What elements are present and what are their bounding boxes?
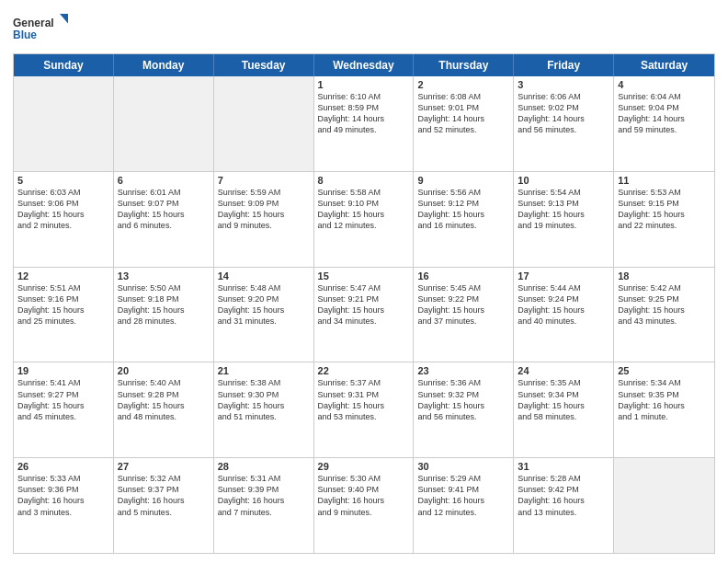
day-cell-empty — [14, 76, 114, 171]
day-info: Sunrise: 5:41 AMSunset: 9:27 PMDaylight:… — [17, 377, 109, 422]
day-number-7: 7 — [218, 175, 310, 186]
info-line: Sunrise: 5:42 AM — [618, 283, 681, 293]
info-line: Daylight: 16 hours — [518, 496, 585, 505]
info-line: Daylight: 14 hours — [518, 114, 585, 123]
day-number-1: 1 — [318, 79, 410, 90]
info-line: and 7 minutes. — [218, 508, 272, 517]
svg-text:Blue: Blue — [13, 29, 37, 41]
svg-marker-2 — [60, 14, 68, 24]
day-cell-23: 23Sunrise: 5:36 AMSunset: 9:32 PMDayligh… — [414, 362, 514, 457]
info-line: Sunset: 9:06 PM — [17, 199, 79, 208]
info-line: and 28 minutes. — [118, 316, 176, 326]
info-line: Daylight: 15 hours — [17, 210, 85, 219]
day-cell-21: 21Sunrise: 5:38 AMSunset: 9:30 PMDayligh… — [214, 362, 314, 457]
header-day-saturday: Saturday — [614, 54, 714, 76]
day-cell-1: 1Sunrise: 6:10 AMSunset: 8:59 PMDaylight… — [314, 76, 415, 171]
day-info: Sunrise: 6:03 AMSunset: 9:06 PMDaylight:… — [17, 187, 109, 232]
day-info: Sunrise: 5:38 AMSunset: 9:30 PMDaylight:… — [218, 377, 310, 422]
day-number-11: 11 — [618, 175, 711, 186]
day-info: Sunrise: 5:32 AMSunset: 9:37 PMDaylight:… — [118, 473, 210, 518]
day-cell-11: 11Sunrise: 5:53 AMSunset: 9:15 PMDayligh… — [614, 172, 714, 267]
info-line: and 56 minutes. — [417, 412, 476, 421]
info-line: and 6 minutes. — [118, 221, 172, 230]
day-number-23: 23 — [417, 365, 509, 376]
info-line: Sunrise: 5:59 AM — [218, 188, 281, 197]
info-line: Sunrise: 5:30 AM — [318, 474, 381, 483]
info-line: Sunrise: 6:08 AM — [417, 92, 481, 101]
info-line: and 1 minute. — [618, 412, 668, 421]
day-number-14: 14 — [218, 270, 310, 282]
day-cell-26: 26Sunrise: 5:33 AMSunset: 9:36 PMDayligh… — [14, 458, 114, 553]
day-info: Sunrise: 5:31 AMSunset: 9:39 PMDaylight:… — [218, 473, 310, 518]
info-line: Sunrise: 5:33 AM — [17, 474, 81, 483]
info-line: Sunrise: 5:31 AM — [218, 474, 281, 483]
info-line: Sunrise: 5:40 AM — [118, 378, 181, 387]
day-info: Sunrise: 5:37 AMSunset: 9:31 PMDaylight:… — [318, 377, 410, 422]
header-day-wednesday: Wednesday — [314, 54, 415, 76]
day-info: Sunrise: 5:59 AMSunset: 9:09 PMDaylight:… — [218, 187, 310, 232]
info-line: and 5 minutes. — [118, 508, 172, 517]
day-number-9: 9 — [417, 175, 509, 186]
info-line: and 2 minutes. — [17, 221, 72, 230]
info-line: Daylight: 15 hours — [218, 401, 285, 410]
info-line: Sunrise: 5:48 AM — [218, 283, 281, 293]
day-number-8: 8 — [318, 175, 410, 186]
day-info: Sunrise: 5:40 AMSunset: 9:28 PMDaylight:… — [118, 377, 210, 422]
info-line: Sunset: 9:36 PM — [17, 485, 79, 494]
info-line: Daylight: 14 hours — [417, 114, 484, 123]
day-cell-17: 17Sunrise: 5:44 AMSunset: 9:24 PMDayligh… — [514, 268, 614, 362]
info-line: Sunrise: 6:04 AM — [618, 92, 681, 101]
day-cell-8: 8Sunrise: 5:58 AMSunset: 9:10 PMDaylight… — [314, 172, 415, 267]
day-info: Sunrise: 5:58 AMSunset: 9:10 PMDaylight:… — [318, 187, 410, 232]
day-cell-12: 12Sunrise: 5:51 AMSunset: 9:16 PMDayligh… — [14, 268, 114, 362]
day-number-15: 15 — [318, 270, 410, 282]
info-line: Sunset: 9:34 PM — [518, 390, 579, 399]
day-number-28: 28 — [218, 461, 310, 472]
week-row-3: 12Sunrise: 5:51 AMSunset: 9:16 PMDayligh… — [14, 268, 714, 363]
info-line: and 56 minutes. — [518, 125, 576, 134]
info-line: Sunset: 9:24 PM — [518, 294, 579, 304]
day-info: Sunrise: 5:45 AMSunset: 9:22 PMDaylight:… — [417, 282, 509, 327]
info-line: Sunrise: 5:45 AM — [417, 283, 481, 293]
info-line: and 12 minutes. — [318, 221, 377, 230]
info-line: Sunset: 9:40 PM — [318, 485, 380, 494]
info-line: Sunset: 9:15 PM — [618, 199, 679, 208]
info-line: Sunset: 9:41 PM — [417, 485, 479, 494]
info-line: Daylight: 16 hours — [417, 496, 484, 505]
day-cell-empty — [114, 76, 214, 171]
info-line: Daylight: 15 hours — [318, 401, 385, 410]
info-line: Sunrise: 5:28 AM — [518, 474, 581, 483]
info-line: and 9 minutes. — [318, 508, 372, 517]
info-line: Sunrise: 5:47 AM — [318, 283, 381, 293]
svg-text:General: General — [13, 17, 54, 29]
week-row-5: 26Sunrise: 5:33 AMSunset: 9:36 PMDayligh… — [14, 458, 714, 553]
day-number-2: 2 — [417, 79, 509, 90]
day-info: Sunrise: 5:36 AMSunset: 9:32 PMDaylight:… — [417, 377, 509, 422]
info-line: Daylight: 15 hours — [417, 305, 484, 315]
day-number-10: 10 — [518, 175, 609, 186]
info-line: Sunset: 9:20 PM — [218, 294, 279, 304]
info-line: and 59 minutes. — [618, 125, 677, 134]
info-line: Daylight: 16 hours — [118, 496, 185, 505]
info-line: and 45 minutes. — [17, 412, 76, 421]
day-info: Sunrise: 5:53 AMSunset: 9:15 PMDaylight:… — [618, 187, 711, 232]
info-line: Sunrise: 5:37 AM — [318, 378, 381, 387]
info-line: Daylight: 15 hours — [118, 210, 185, 219]
day-number-20: 20 — [118, 365, 210, 376]
info-line: and 40 minutes. — [518, 316, 576, 326]
day-info: Sunrise: 5:51 AMSunset: 9:16 PMDaylight:… — [17, 282, 109, 327]
day-number-21: 21 — [218, 365, 310, 376]
info-line: Sunset: 9:22 PM — [417, 294, 479, 304]
info-line: Sunset: 9:28 PM — [118, 390, 179, 399]
day-cell-10: 10Sunrise: 5:54 AMSunset: 9:13 PMDayligh… — [514, 172, 614, 267]
day-cell-9: 9Sunrise: 5:56 AMSunset: 9:12 PMDaylight… — [414, 172, 514, 267]
day-info: Sunrise: 6:01 AMSunset: 9:07 PMDaylight:… — [118, 187, 210, 232]
info-line: Daylight: 15 hours — [417, 401, 484, 410]
day-cell-27: 27Sunrise: 5:32 AMSunset: 9:37 PMDayligh… — [114, 458, 214, 553]
info-line: Sunset: 9:39 PM — [218, 485, 279, 494]
info-line: Sunset: 9:30 PM — [218, 390, 279, 399]
info-line: Daylight: 15 hours — [318, 210, 385, 219]
info-line: Sunset: 9:25 PM — [618, 294, 679, 304]
info-line: and 48 minutes. — [118, 412, 176, 421]
day-number-24: 24 — [518, 365, 609, 376]
